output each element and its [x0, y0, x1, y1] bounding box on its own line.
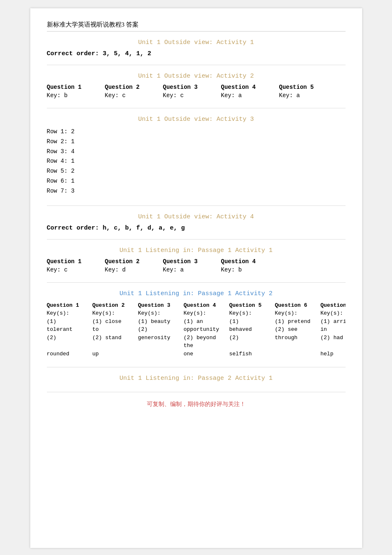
pq2-label: Question 2 — [105, 258, 163, 265]
section-act2: Unit 1 Outside view: Activity 2 Question… — [47, 73, 346, 108]
pc4-5 — [275, 350, 321, 358]
q1-label: Question 1 — [47, 84, 105, 90]
q2-label: Question 2 — [105, 84, 163, 90]
pc0-1: Key(s): — [93, 309, 138, 318]
pc0-3: Key(s): — [184, 309, 229, 318]
pc0-2: Key(s): — [138, 309, 184, 318]
pc4-1: up — [93, 350, 138, 358]
key-row-act2: Key: b Key: c Key: c Key: a Key: a — [47, 92, 346, 99]
k4-val: Key: a — [221, 92, 279, 99]
question-row-act2: Question 1 Question 2 Question 3 Questio… — [47, 84, 346, 90]
row3: Row 3: 4 — [47, 147, 346, 157]
pc1-2: (1) beauty — [138, 318, 184, 326]
passage-line1: (1) (1) close (1) beauty (1) an (1) (1) … — [47, 318, 346, 326]
passage-table: Question 1 Question 2 Question 3 Questio… — [47, 301, 346, 358]
section-title-act3: Unit 1 Outside view: Activity 3 — [47, 116, 346, 123]
pc0-0: Key(s): — [47, 309, 93, 318]
row2: Row 2: 1 — [47, 137, 346, 147]
passage-line0: Key(s): Key(s): Key(s): Key(s): Key(s): … — [47, 309, 346, 318]
pc2-6: in — [321, 325, 346, 334]
pc2-0: tolerant — [47, 325, 93, 334]
pc3-0: (2) — [47, 334, 93, 350]
correct-order-act1: Correct order: 3, 5, 4, 1, 2 — [47, 50, 346, 57]
pq3-label: Question 3 — [163, 258, 221, 265]
pc1-3: (1) an — [184, 318, 229, 326]
page-title: 新标准大学英语视听说教程3 答案 — [47, 21, 346, 29]
pc4-2 — [138, 350, 184, 358]
passage-header-row: Question 1 Question 2 Question 3 Questio… — [47, 301, 346, 310]
key-row-pass1act1: Key: c Key: d Key: a Key: b — [47, 266, 346, 273]
pc0-6: Key(s): — [321, 309, 346, 318]
pc1-0: (1) — [47, 318, 93, 326]
pc4-6: help — [321, 350, 346, 358]
passage-line2: tolerant to (2) opportunity behaved (2) … — [47, 325, 346, 334]
passage-line4: rounded up one selfish help amo — [47, 350, 346, 358]
pc2-2: (2) — [138, 325, 184, 334]
pc2-3: opportunity — [184, 325, 229, 334]
pk4-val: Key: b — [221, 266, 279, 273]
q5-label: Question 5 — [279, 84, 337, 90]
row-list-act3: Row 1: 2 Row 2: 1 Row 3: 4 Row 4: 1 Row … — [47, 127, 346, 196]
pc2-5: (2) see — [275, 325, 321, 334]
pc0-4: Key(s): — [229, 309, 275, 318]
section-pass1act1: Unit 1 Listening in: Passage 1 Activity … — [47, 247, 346, 283]
row7: Row 7: 3 — [47, 186, 346, 196]
pc4-3: one — [184, 350, 229, 358]
section-title-act4: Unit 1 Outside view: Activity 4 — [47, 213, 346, 220]
page-container: 新标准大学英语视听说教程3 答案 Unit 1 Outside view: Ac… — [30, 8, 362, 548]
ph4: Question 4 — [184, 301, 229, 310]
footer-note: 可复制、编制，期待你的好评与关注！ — [47, 401, 346, 408]
ph1: Question 1 — [47, 301, 93, 310]
pc2-4: behaved — [229, 325, 275, 334]
correct-order-act4: Correct order: h, c, b, f, d, a, e, g — [47, 225, 346, 232]
section-act4: Unit 1 Outside view: Activity 4 Correct … — [47, 213, 346, 240]
pk3-val: Key: a — [163, 266, 221, 273]
pc3-1: (2) stand — [93, 334, 138, 350]
k3-val: Key: c — [163, 92, 221, 99]
q4-label: Question 4 — [221, 84, 279, 90]
pc3-3: (2) beyond the — [184, 334, 229, 350]
q3-label: Question 3 — [163, 84, 221, 90]
question-row-pass1act1: Question 1 Question 2 Question 3 Questio… — [47, 258, 346, 265]
pc3-5: through — [275, 334, 321, 350]
ph6: Question 6 — [275, 301, 321, 310]
pc1-1: (1) close — [93, 318, 138, 326]
pc2-1: to — [93, 325, 138, 334]
ph5: Question 5 — [229, 301, 275, 310]
section-pass1act2: Unit 1 Listening in: Passage 1 Activity … — [47, 290, 346, 368]
section-title-pass2act1: Unit 1 Listening in: Passage 2 Activity … — [47, 375, 346, 382]
ph7: Question 7 — [321, 301, 346, 310]
section-act1: Unit 1 Outside view: Activity 1 Correct … — [47, 39, 346, 65]
pc0-5: Key(s): — [275, 309, 321, 318]
row1: Row 1: 2 — [47, 127, 346, 137]
section-title-act2: Unit 1 Outside view: Activity 2 — [47, 73, 346, 80]
pq4-label: Question 4 — [221, 258, 279, 265]
pc1-4: (1) — [229, 318, 275, 326]
pc4-4: selfish — [229, 350, 275, 358]
pq1-label: Question 1 — [47, 258, 105, 265]
section-act3: Unit 1 Outside view: Activity 3 Row 1: 2… — [47, 116, 346, 206]
k1-val: Key: b — [47, 92, 105, 99]
k2-val: Key: c — [105, 92, 163, 99]
row6: Row 6: 1 — [47, 176, 346, 186]
passage-line3: (2) (2) stand generosity (2) beyond the … — [47, 334, 346, 350]
ph2: Question 2 — [93, 301, 138, 310]
section-title-pass1act1: Unit 1 Listening in: Passage 1 Activity … — [47, 247, 346, 254]
pc1-5: (1) pretend — [275, 318, 321, 326]
section-title-pass1act2: Unit 1 Listening in: Passage 1 Activity … — [47, 290, 346, 297]
row5: Row 5: 2 — [47, 166, 346, 176]
k5-val: Key: a — [279, 92, 337, 99]
pc3-6: (2) had to — [321, 334, 346, 350]
ph3: Question 3 — [138, 301, 184, 310]
row4: Row 4: 1 — [47, 156, 346, 166]
pc3-2: generosity — [138, 334, 184, 350]
pk1-val: Key: c — [47, 266, 105, 273]
pk2-val: Key: d — [105, 266, 163, 273]
section-pass2act1: Unit 1 Listening in: Passage 2 Activity … — [47, 375, 346, 392]
section-title-act1: Unit 1 Outside view: Activity 1 — [47, 39, 346, 46]
pc3-4: (2) — [229, 334, 275, 350]
pc4-0: rounded — [47, 350, 93, 358]
pc1-6: (1) arrived — [321, 318, 346, 326]
